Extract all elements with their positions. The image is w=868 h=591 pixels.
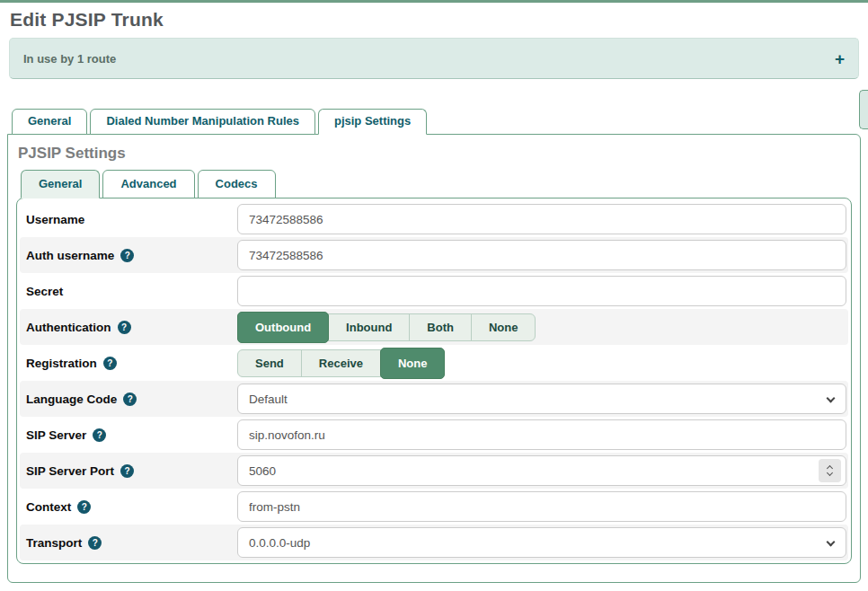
subtab-advanced[interactable]: Advanced — [102, 170, 194, 198]
row-secret: Secret — [20, 273, 848, 309]
authentication-none-button[interactable]: None — [471, 313, 536, 341]
subtab-general[interactable]: General — [21, 170, 100, 198]
registration-help-icon[interactable]: ? — [103, 357, 117, 370]
row-context: Context ? — [20, 489, 848, 525]
row-language-code: Language Code ? Default — [20, 381, 848, 417]
registration-receive-button[interactable]: Receive — [301, 349, 381, 377]
top-accent-strip — [0, 0, 868, 3]
secret-label: Secret — [26, 285, 63, 298]
language-code-selected-value: Default — [249, 393, 288, 406]
expand-plus-icon[interactable]: + — [835, 50, 845, 67]
authentication-label: Authentication — [26, 321, 111, 334]
pjsip-settings-panel: PJSIP Settings General Advanced Codecs U… — [7, 134, 861, 583]
row-authentication: Authentication ? Outbound Inbound Both N… — [20, 309, 848, 345]
registration-send-button[interactable]: Send — [237, 349, 302, 377]
transport-selected-value: 0.0.0.0-udp — [249, 536, 310, 550]
row-transport: Transport ? 0.0.0.0-udp — [20, 525, 848, 560]
row-auth-username: Auth username ? — [20, 237, 848, 273]
auth-username-help-icon[interactable]: ? — [120, 249, 134, 262]
spinner-down-icon[interactable] — [827, 470, 833, 476]
username-label: Username — [26, 213, 84, 226]
context-input[interactable] — [237, 491, 846, 522]
auth-username-label: Auth username — [26, 249, 114, 262]
authentication-inbound-button[interactable]: Inbound — [328, 313, 410, 341]
registration-button-group: Send Receive None — [237, 349, 445, 377]
chevron-down-icon — [827, 394, 836, 403]
auth-username-input[interactable] — [237, 240, 846, 270]
trunk-tabs: General Dialed Number Manipulation Rules… — [12, 109, 859, 134]
usage-panel[interactable]: In use by 1 route + — [9, 38, 859, 79]
general-subtab-content: Username Auth username ? Secret — [16, 198, 852, 564]
language-code-label: Language Code — [26, 393, 117, 406]
sip-server-port-help-icon[interactable]: ? — [120, 464, 134, 478]
subtab-codecs[interactable]: Codecs — [198, 170, 276, 198]
tab-pjsip-settings[interactable]: pjsip Settings — [318, 109, 427, 135]
transport-help-icon[interactable]: ? — [88, 536, 102, 550]
pjsip-subtabs: General Advanced Codecs — [21, 170, 852, 198]
authentication-outbound-button[interactable]: Outbound — [237, 312, 329, 343]
tab-dialed-number-manipulation-rules[interactable]: Dialed Number Manipulation Rules — [90, 109, 315, 135]
context-label: Context — [26, 500, 71, 514]
sip-server-help-icon[interactable]: ? — [93, 428, 106, 442]
chevron-down-icon — [827, 538, 836, 547]
sip-server-label: SIP Server — [26, 428, 86, 442]
authentication-help-icon[interactable]: ? — [118, 321, 131, 334]
registration-label: Registration — [26, 357, 97, 370]
username-input[interactable] — [237, 204, 846, 234]
row-username: Username — [20, 201, 848, 237]
transport-label: Transport — [26, 536, 82, 550]
number-spinner[interactable] — [819, 459, 841, 482]
sip-server-port-label: SIP Server Port — [26, 464, 114, 478]
usage-label: In use by 1 route — [23, 52, 116, 66]
row-sip-server-port: SIP Server Port ? — [20, 453, 848, 489]
sip-server-input[interactable] — [237, 419, 846, 450]
tab-general[interactable]: General — [12, 109, 87, 135]
row-registration: Registration ? Send Receive None — [20, 345, 848, 381]
row-sip-server: SIP Server ? — [20, 417, 848, 453]
authentication-button-group: Outbound Inbound Both None — [237, 313, 536, 341]
edit-pjsip-trunk-page: Edit PJSIP Trunk In use by 1 route + Gen… — [0, 9, 868, 583]
authentication-both-button[interactable]: Both — [409, 313, 472, 341]
transport-select[interactable]: 0.0.0.0-udp — [237, 527, 846, 558]
page-title: Edit PJSIP Trunk — [10, 9, 859, 31]
section-heading: PJSIP Settings — [18, 145, 852, 163]
sip-server-port-input[interactable] — [237, 455, 846, 486]
secret-input[interactable] — [237, 276, 846, 306]
context-help-icon[interactable]: ? — [77, 500, 91, 514]
language-code-help-icon[interactable]: ? — [123, 393, 137, 406]
edge-partial-button[interactable] — [859, 90, 868, 129]
registration-none-button[interactable]: None — [380, 348, 446, 379]
language-code-select[interactable]: Default — [237, 384, 846, 414]
